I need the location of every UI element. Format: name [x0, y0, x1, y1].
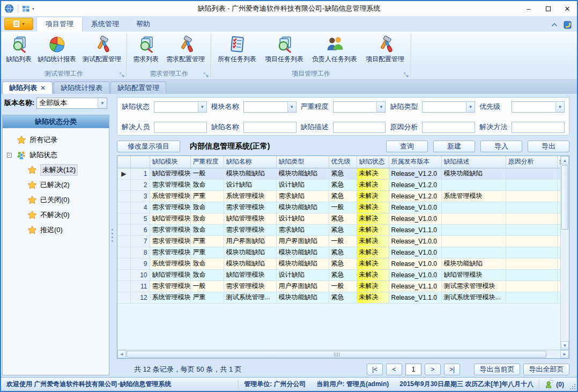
cell-解决方法[interactable] [557, 280, 560, 292]
cell-原因分析[interactable] [506, 258, 557, 269]
cell-缺陷描述[interactable] [441, 179, 506, 190]
cell-严重程度[interactable]: 致命 [190, 224, 224, 235]
cell-缺陷名称[interactable]: 系统管理模块 [224, 190, 276, 202]
chevron-down-icon[interactable]: ▼ [98, 98, 107, 108]
ribbon-button-缺陷列表[interactable]: 缺陷列表 [3, 33, 34, 69]
close-button[interactable]: ✕ [558, 1, 577, 16]
cell-缺陷名称[interactable]: 缺陷管理模块 [224, 269, 276, 280]
cell-优先级[interactable]: 紧急 [329, 292, 357, 303]
cell-缺陷状态[interactable]: 未解决 [357, 292, 389, 303]
collapse-ribbon-icon[interactable] [551, 23, 558, 27]
filter-select-优先级[interactable]: ▼ [512, 101, 565, 113]
ribbon-button-缺陷统计报表[interactable]: 缺陷统计报表 [34, 33, 79, 69]
doc-tab-缺陷配置管理[interactable]: 缺陷配置管理 [110, 82, 166, 94]
cell-优先级[interactable]: 紧急 [329, 258, 357, 269]
app-menu-button[interactable]: ▾ [4, 18, 33, 30]
cell-缺陷状态[interactable]: 未解决 [357, 190, 389, 202]
cell-优先级[interactable]: 紧急 [329, 213, 357, 224]
cell-缺陷状态[interactable]: 未解决 [357, 258, 389, 269]
modify-display-items-button[interactable]: 修改显示项目 [117, 140, 180, 152]
cell-缺陷类型[interactable]: 模块功能缺陷 [276, 168, 329, 179]
cell-缺陷类型[interactable]: 设计缺陷 [276, 179, 329, 190]
next-page-button[interactable]: > [425, 364, 441, 375]
cell-缺陷名称[interactable]: 需求管理模块 [224, 224, 276, 235]
cell-缺陷类型[interactable]: 模块功能缺陷 [276, 247, 329, 258]
cell-所属发布版本[interactable]: Release_V1.0.0 [389, 213, 441, 224]
cell-严重程度[interactable]: 一般 [190, 280, 224, 292]
table-row[interactable]: ▶1缺陷管理模块一般模块功能缺陷模块功能缺陷紧急未解决Release_V1.2.… [117, 168, 560, 179]
cell-缺陷状态[interactable]: 未解决 [357, 213, 389, 224]
grid-header-原因分析[interactable]: 原因分析 [506, 156, 557, 168]
action-button-查询[interactable]: 查询 [386, 140, 428, 152]
vertical-scrollbar[interactable]: ▲ ▼ [560, 156, 569, 350]
ribbon-button-需求配置管理[interactable]: 需求配置管理 [162, 33, 209, 69]
row-selector-cell[interactable]: ▶ [117, 168, 130, 179]
cell-缺陷模块[interactable]: 需求管理模块 [150, 235, 190, 247]
cell-缺陷描述[interactable] [441, 202, 506, 213]
cell-缺陷状态[interactable]: 未解决 [357, 179, 389, 190]
splitter-handle[interactable] [109, 94, 115, 377]
row-selector-cell[interactable] [117, 247, 130, 258]
help-icon[interactable] [563, 20, 573, 29]
cell-缺陷状态[interactable]: 未解决 [357, 168, 389, 179]
cell-所属发布版本[interactable]: Release_V1.1.0 [389, 292, 441, 303]
cell-解决方法[interactable] [557, 168, 560, 179]
cell-原因分析[interactable] [506, 168, 557, 179]
filter-select-缺陷状态[interactable]: ▼ [154, 101, 207, 113]
cell-优先级[interactable]: 一般 [329, 280, 357, 292]
cell-原因分析[interactable] [506, 213, 557, 224]
cell-优先级[interactable]: 紧急 [329, 179, 357, 190]
chevron-down-icon[interactable]: ▼ [466, 102, 475, 112]
cell-所属发布版本[interactable]: Release_V1.0.0 [389, 269, 441, 280]
resize-grip[interactable] [569, 383, 576, 390]
grid-header-缺陷描述[interactable]: 缺陷描述 [441, 156, 506, 168]
ribbon-button-需求列表[interactable]: 需求列表 [129, 33, 162, 69]
cell-优先级[interactable]: 紧急 [329, 190, 357, 202]
cell-缺陷类型[interactable]: 设计缺陷 [276, 213, 329, 224]
tree-item-所有记录[interactable]: 所有记录 [3, 132, 109, 147]
cell-原因分析[interactable] [506, 202, 557, 213]
cell-缺陷状态[interactable]: 未解决 [357, 280, 389, 292]
cell-缺陷类型[interactable]: 模块功能缺陷 [276, 202, 329, 213]
row-selector-cell[interactable] [117, 280, 130, 292]
cell-缺陷模块[interactable]: 需求管理模块 [150, 179, 190, 190]
cell-缺陷描述[interactable] [441, 235, 506, 247]
table-row[interactable]: 11需求管理模块一般需求管理模块用户界面缺陷一般未解决Release_V1.1.… [117, 280, 560, 292]
dialog-launcher-icon[interactable] [404, 72, 409, 77]
grid-header-缺陷类型[interactable]: 缺陷类型 [276, 156, 329, 168]
row-selector-cell[interactable] [117, 292, 130, 303]
cell-缺陷类型[interactable]: 用户界面缺陷 [276, 280, 329, 292]
cell-严重程度[interactable]: 致命 [190, 258, 224, 269]
filter-input-缺陷名称[interactable] [243, 122, 297, 133]
table-row[interactable]: 7需求管理模块严重用户界面缺陷用户界面缺陷一般未解决Release_V1.0.0 [117, 235, 560, 247]
scroll-left-icon[interactable]: ◄ [117, 350, 126, 358]
cell-严重程度[interactable]: 致命 [190, 269, 224, 280]
cell-缺陷模块[interactable]: 需求管理模块 [150, 202, 190, 213]
cell-缺陷模块[interactable]: 系统管理模块 [150, 292, 190, 303]
cell-缺陷类型[interactable]: 需求缺陷 [276, 190, 329, 202]
cell-所属发布版本[interactable]: Release_V1.1.0 [389, 224, 441, 235]
cell-缺陷类型[interactable]: 用户界面缺陷 [276, 235, 329, 247]
grid-header-严重程度[interactable]: 严重程度 [190, 156, 224, 168]
cell-缺陷名称[interactable]: 测试系统管理... [224, 292, 276, 303]
layout-icon[interactable] [22, 5, 30, 13]
cell-优先级[interactable]: 紧急 [329, 224, 357, 235]
table-row[interactable]: 9系统管理模块致命模块功能缺陷模块功能缺陷紧急未解决Release_V1.0.0… [117, 258, 560, 269]
table-row[interactable]: 10缺陷管理模块致命缺陷管理模块设计缺陷紧急未解决Release_V1.0.0缺… [117, 269, 560, 280]
filter-input-原因分析[interactable] [422, 122, 475, 133]
cell-所属发布版本[interactable]: Release_V1.0.0 [389, 235, 441, 247]
chevron-down-icon[interactable]: ▼ [198, 102, 206, 112]
tree-item-不解决(0)[interactable]: 不解决(0) [3, 208, 109, 223]
row-selector-cell[interactable] [117, 179, 130, 190]
cell-缺陷描述[interactable]: 模块功能缺陷 [441, 258, 506, 269]
cell-所属发布版本[interactable]: Release_V1.0.0 [389, 247, 441, 258]
ribbon-button-负责人任务列表[interactable]: 负责人任务列表 [308, 33, 361, 69]
ribbon-tab-系统管理[interactable]: 系统管理 [83, 17, 128, 32]
cell-优先级[interactable]: 紧急 [329, 247, 357, 258]
cell-缺陷描述[interactable]: 模块功能缺陷 [441, 168, 506, 179]
grid-header-优先级[interactable]: 优先级 [329, 156, 357, 168]
cell-缺陷名称[interactable]: 模块功能缺陷 [224, 247, 276, 258]
table-row[interactable]: 2需求管理模块致命设计缺陷设计缺陷紧急未解决Release_V1.2.0 [117, 179, 560, 190]
filter-select-严重程度[interactable]: ▼ [333, 101, 386, 113]
row-selector-cell[interactable] [117, 258, 130, 269]
